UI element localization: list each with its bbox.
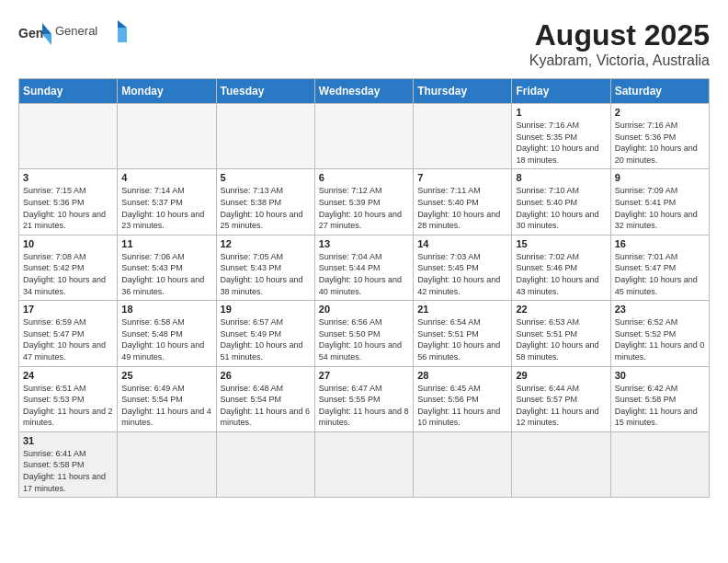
- day-number: 9: [615, 172, 705, 183]
- calendar-cell: 10Sunrise: 7:08 AM Sunset: 5:42 PM Dayli…: [19, 235, 118, 300]
- calendar-cell: 21Sunrise: 6:54 AM Sunset: 5:51 PM Dayli…: [414, 301, 512, 366]
- day-info: Sunrise: 7:13 AM Sunset: 5:38 PM Dayligh…: [221, 185, 311, 231]
- calendar-cell: 25Sunrise: 6:49 AM Sunset: 5:54 PM Dayli…: [118, 366, 216, 431]
- day-number: 21: [417, 304, 507, 315]
- day-info: Sunrise: 7:16 AM Sunset: 5:36 PM Dayligh…: [615, 120, 705, 166]
- day-number: 6: [319, 172, 409, 183]
- week-row-1: 1Sunrise: 7:16 AM Sunset: 5:35 PM Daylig…: [19, 104, 710, 169]
- day-info: Sunrise: 6:47 AM Sunset: 5:55 PM Dayligh…: [319, 383, 409, 429]
- day-number: 3: [23, 172, 113, 183]
- day-info: Sunrise: 6:51 AM Sunset: 5:53 PM Dayligh…: [23, 383, 113, 429]
- weekday-header-saturday: Saturday: [610, 79, 709, 104]
- day-info: Sunrise: 7:08 AM Sunset: 5:42 PM Dayligh…: [23, 251, 113, 297]
- day-info: Sunrise: 7:04 AM Sunset: 5:44 PM Dayligh…: [319, 251, 409, 297]
- day-info: Sunrise: 7:06 AM Sunset: 5:43 PM Dayligh…: [121, 251, 211, 297]
- day-number: 23: [615, 304, 705, 315]
- calendar-cell: [314, 431, 413, 497]
- calendar-cell: 31Sunrise: 6:41 AM Sunset: 5:58 PM Dayli…: [19, 431, 118, 497]
- svg-text:General: General: [55, 24, 97, 38]
- day-info: Sunrise: 6:58 AM Sunset: 5:48 PM Dayligh…: [121, 316, 211, 362]
- day-number: 7: [417, 172, 507, 183]
- calendar-cell: [314, 104, 413, 169]
- day-number: 15: [516, 238, 606, 249]
- month-year-title: August 2025: [529, 18, 710, 52]
- day-info: Sunrise: 6:44 AM Sunset: 5:57 PM Dayligh…: [516, 383, 606, 429]
- day-number: 13: [319, 238, 409, 249]
- calendar-cell: 12Sunrise: 7:05 AM Sunset: 5:43 PM Dayli…: [216, 235, 314, 300]
- day-number: 25: [121, 370, 211, 381]
- day-info: Sunrise: 6:42 AM Sunset: 5:58 PM Dayligh…: [615, 383, 705, 429]
- weekday-header-sunday: Sunday: [19, 79, 118, 104]
- calendar-cell: [610, 431, 709, 497]
- day-number: 8: [516, 172, 606, 183]
- day-info: Sunrise: 6:49 AM Sunset: 5:54 PM Dayligh…: [121, 383, 211, 429]
- day-info: Sunrise: 7:12 AM Sunset: 5:39 PM Dayligh…: [319, 185, 409, 231]
- day-info: Sunrise: 7:02 AM Sunset: 5:46 PM Dayligh…: [516, 251, 606, 297]
- day-number: 26: [221, 370, 311, 381]
- calendar-cell: 20Sunrise: 6:56 AM Sunset: 5:50 PM Dayli…: [314, 301, 413, 366]
- calendar-cell: [216, 104, 314, 169]
- calendar-cell: 9Sunrise: 7:09 AM Sunset: 5:41 PM Daylig…: [610, 169, 709, 235]
- day-number: 17: [23, 304, 113, 315]
- day-info: Sunrise: 7:03 AM Sunset: 5:45 PM Dayligh…: [417, 251, 507, 297]
- calendar-cell: 26Sunrise: 6:48 AM Sunset: 5:54 PM Dayli…: [216, 366, 314, 431]
- day-number: 19: [221, 304, 311, 315]
- day-number: 20: [319, 304, 409, 315]
- calendar-cell: 22Sunrise: 6:53 AM Sunset: 5:51 PM Dayli…: [512, 301, 610, 366]
- day-info: Sunrise: 7:10 AM Sunset: 5:40 PM Dayligh…: [516, 185, 606, 231]
- weekday-header-row: SundayMondayTuesdayWednesdayThursdayFrid…: [19, 79, 710, 104]
- calendar-cell: 17Sunrise: 6:59 AM Sunset: 5:47 PM Dayli…: [19, 301, 118, 366]
- page-header: General General August 2025 Kyabram, Vic…: [18, 18, 710, 69]
- calendar-cell: 2Sunrise: 7:16 AM Sunset: 5:36 PM Daylig…: [610, 104, 709, 169]
- week-row-6: 31Sunrise: 6:41 AM Sunset: 5:58 PM Dayli…: [19, 431, 710, 497]
- day-info: Sunrise: 6:48 AM Sunset: 5:54 PM Dayligh…: [221, 383, 311, 429]
- day-info: Sunrise: 6:53 AM Sunset: 5:51 PM Dayligh…: [516, 316, 606, 362]
- calendar-cell: 1Sunrise: 7:16 AM Sunset: 5:35 PM Daylig…: [512, 104, 610, 169]
- day-number: 11: [121, 238, 211, 249]
- calendar-cell: 16Sunrise: 7:01 AM Sunset: 5:47 PM Dayli…: [610, 235, 709, 300]
- calendar-cell: 11Sunrise: 7:06 AM Sunset: 5:43 PM Dayli…: [118, 235, 216, 300]
- calendar-cell: 7Sunrise: 7:11 AM Sunset: 5:40 PM Daylig…: [414, 169, 512, 235]
- calendar-cell: 18Sunrise: 6:58 AM Sunset: 5:48 PM Dayli…: [118, 301, 216, 366]
- day-number: 28: [417, 370, 507, 381]
- day-info: Sunrise: 7:11 AM Sunset: 5:40 PM Dayligh…: [417, 185, 507, 231]
- day-number: 29: [516, 370, 606, 381]
- day-number: 22: [516, 304, 606, 315]
- calendar-table: SundayMondayTuesdayWednesdayThursdayFrid…: [18, 78, 710, 498]
- calendar-cell: [118, 431, 216, 497]
- title-area: August 2025 Kyabram, Victoria, Australia: [529, 18, 710, 69]
- weekday-header-thursday: Thursday: [414, 79, 512, 104]
- day-number: 5: [221, 172, 311, 183]
- calendar-cell: 30Sunrise: 6:42 AM Sunset: 5:58 PM Dayli…: [610, 366, 709, 431]
- weekday-header-friday: Friday: [512, 79, 610, 104]
- calendar-cell: 15Sunrise: 7:02 AM Sunset: 5:46 PM Dayli…: [512, 235, 610, 300]
- weekday-header-wednesday: Wednesday: [314, 79, 413, 104]
- day-number: 4: [121, 172, 211, 183]
- day-info: Sunrise: 7:01 AM Sunset: 5:47 PM Dayligh…: [615, 251, 705, 297]
- day-number: 18: [121, 304, 211, 315]
- calendar-cell: 28Sunrise: 6:45 AM Sunset: 5:56 PM Dayli…: [414, 366, 512, 431]
- calendar-cell: [512, 431, 610, 497]
- calendar-cell: 4Sunrise: 7:14 AM Sunset: 5:37 PM Daylig…: [118, 169, 216, 235]
- calendar-cell: 19Sunrise: 6:57 AM Sunset: 5:49 PM Dayli…: [216, 301, 314, 366]
- day-info: Sunrise: 7:09 AM Sunset: 5:41 PM Dayligh…: [615, 185, 705, 231]
- day-info: Sunrise: 6:45 AM Sunset: 5:56 PM Dayligh…: [417, 383, 507, 429]
- day-number: 16: [615, 238, 705, 249]
- day-info: Sunrise: 7:05 AM Sunset: 5:43 PM Dayligh…: [221, 251, 311, 297]
- calendar-cell: 8Sunrise: 7:10 AM Sunset: 5:40 PM Daylig…: [512, 169, 610, 235]
- day-number: 12: [221, 238, 311, 249]
- calendar-cell: [414, 104, 512, 169]
- day-number: 27: [319, 370, 409, 381]
- weekday-header-tuesday: Tuesday: [216, 79, 314, 104]
- day-info: Sunrise: 6:57 AM Sunset: 5:49 PM Dayligh…: [221, 316, 311, 362]
- day-number: 24: [23, 370, 113, 381]
- calendar-cell: 5Sunrise: 7:13 AM Sunset: 5:38 PM Daylig…: [216, 169, 314, 235]
- day-info: Sunrise: 7:16 AM Sunset: 5:35 PM Dayligh…: [516, 120, 606, 166]
- day-number: 30: [615, 370, 705, 381]
- day-info: Sunrise: 7:15 AM Sunset: 5:36 PM Dayligh…: [23, 185, 113, 231]
- calendar-cell: 13Sunrise: 7:04 AM Sunset: 5:44 PM Dayli…: [314, 235, 413, 300]
- calendar-cell: [216, 431, 314, 497]
- week-row-2: 3Sunrise: 7:15 AM Sunset: 5:36 PM Daylig…: [19, 169, 710, 235]
- svg-marker-5: [118, 28, 127, 42]
- calendar-cell: 6Sunrise: 7:12 AM Sunset: 5:39 PM Daylig…: [314, 169, 413, 235]
